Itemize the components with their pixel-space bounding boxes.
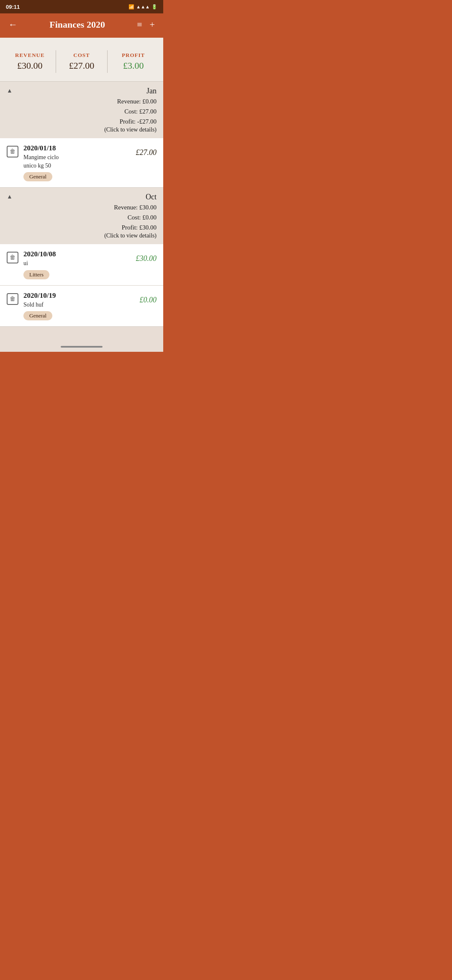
jan-revenue: Revenue: £0.00: [18, 96, 157, 106]
oct-2-tag[interactable]: General: [23, 311, 52, 320]
summary-row: REVENUE £30.00 COST £27.00 PROFIT £3.00: [0, 46, 163, 82]
trash-icon: 🗑: [7, 252, 18, 263]
jan-1-details: 2020/01/18 Mangime ciclounico kg 50 Gene…: [23, 144, 131, 181]
bottom-area: [0, 327, 163, 352]
oct-1-details: 2020/10/08 ui Litters: [23, 250, 131, 279]
filter-button[interactable]: ≡: [137, 19, 142, 30]
profit-label: PROFIT: [111, 52, 156, 59]
wifi-icon: 📶: [128, 4, 134, 10]
transaction-oct-1: 🗑 2020/10/08 ui Litters £30.00: [0, 244, 163, 286]
back-button[interactable]: ←: [8, 19, 18, 30]
transaction-oct-2: 🗑 2020/10/19 Sold huf General £0.00: [0, 286, 163, 327]
oct-2-details: 2020/10/19 Sold huf General: [23, 291, 135, 321]
jan-month-name: Jan: [18, 87, 157, 95]
main-content: REVENUE £30.00 COST £27.00 PROFIT £3.00 …: [0, 38, 163, 327]
status-bar: 09:11 📶 ▲▲▲ 🔋: [0, 0, 163, 13]
jan-cost: Cost: £27.00: [18, 106, 157, 116]
oct-1-description: ui: [23, 259, 131, 268]
cost-summary: COST £27.00: [56, 50, 108, 73]
delete-oct-2-button[interactable]: 🗑: [7, 293, 18, 305]
oct-1-date: 2020/10/08: [23, 250, 131, 258]
trash-icon: 🗑: [7, 146, 18, 157]
jan-month-info: Jan Revenue: £0.00 Cost: £27.00 Profit: …: [18, 87, 157, 133]
profit-summary: PROFIT £3.00: [107, 50, 159, 73]
summary-card: REVENUE £30.00 COST £27.00 PROFIT £3.00: [0, 38, 163, 82]
oct-2-amount-col: £0.00: [140, 291, 157, 304]
jan-1-amount: £27.00: [136, 148, 157, 157]
home-indicator: [61, 346, 103, 348]
revenue-summary: REVENUE £30.00: [4, 50, 56, 73]
jan-1-amount-col: £27.00: [136, 144, 157, 157]
transaction-jan-1: 🗑 2020/01/18 Mangime ciclounico kg 50 Ge…: [0, 138, 163, 188]
oct-1-amount: £30.00: [136, 254, 157, 263]
page-title: Finances 2020: [49, 19, 105, 30]
header-actions: ≡ +: [137, 19, 155, 30]
revenue-value: £30.00: [8, 60, 52, 71]
jan-month-section[interactable]: ▲ Jan Revenue: £0.00 Cost: £27.00 Profit…: [0, 82, 163, 138]
revenue-label: REVENUE: [8, 52, 52, 59]
jan-1-description: Mangime ciclounico kg 50: [23, 153, 131, 170]
signal-icon: ▲▲▲: [136, 4, 150, 9]
oct-revenue: Revenue: £30.00: [18, 202, 157, 212]
status-time: 09:11: [6, 4, 20, 10]
oct-month-name: Oct: [18, 193, 157, 201]
profit-value: £3.00: [111, 60, 156, 71]
oct-1-tag[interactable]: Litters: [23, 270, 49, 279]
header: ← Finances 2020 ≡ +: [0, 13, 163, 38]
oct-profit: Profit: £30.00: [18, 222, 157, 232]
cost-value: £27.00: [59, 60, 104, 71]
oct-month-section[interactable]: ▲ Oct Revenue: £30.00 Cost: £0.00 Profit…: [0, 188, 163, 244]
add-button[interactable]: +: [150, 19, 155, 30]
oct-2-description: Sold huf: [23, 301, 135, 309]
delete-jan-1-button[interactable]: 🗑: [7, 146, 18, 157]
oct-cost: Cost: £0.00: [18, 212, 157, 222]
oct-click-hint[interactable]: (Click to view details): [18, 232, 157, 239]
oct-2-date: 2020/10/19: [23, 291, 135, 300]
oct-1-amount-col: £30.00: [136, 250, 157, 263]
delete-oct-1-button[interactable]: 🗑: [7, 252, 18, 263]
jan-click-hint[interactable]: (Click to view details): [18, 126, 157, 133]
jan-profit: Profit: -£27.00: [18, 116, 157, 126]
jan-1-date: 2020/01/18: [23, 144, 131, 152]
jan-chevron-icon[interactable]: ▲: [7, 88, 13, 94]
trash-icon: 🗑: [7, 293, 18, 305]
oct-2-amount: £0.00: [140, 296, 157, 304]
oct-month-info: Oct Revenue: £30.00 Cost: £0.00 Profit: …: [18, 193, 157, 239]
jan-1-tag[interactable]: General: [23, 172, 52, 181]
oct-chevron-icon[interactable]: ▲: [7, 193, 13, 200]
status-icons: 📶 ▲▲▲ 🔋: [128, 4, 157, 10]
cost-label: COST: [59, 52, 104, 59]
battery-icon: 🔋: [152, 4, 157, 10]
